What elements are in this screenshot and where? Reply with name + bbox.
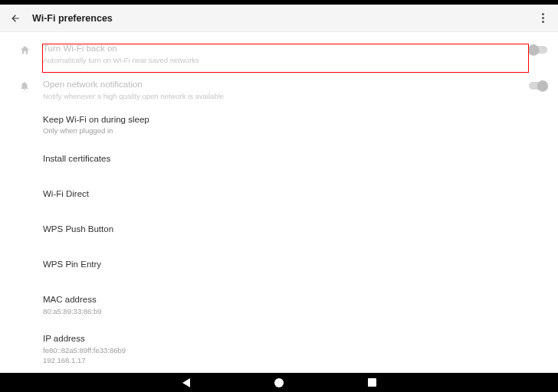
- toggle-turn-wifi-back-on[interactable]: [529, 46, 547, 54]
- row-subtitle: Automatically turn on Wi-Fi near saved n…: [43, 56, 509, 66]
- nav-recent-icon[interactable]: [368, 378, 376, 387]
- row-title: MAC address: [43, 294, 540, 306]
- home-icon: [19, 44, 31, 56]
- row-wifi-direct[interactable]: Wi-Fi Direct: [0, 182, 558, 213]
- overflow-menu-button[interactable]: [535, 11, 550, 26]
- arrow-back-icon: [10, 13, 21, 24]
- row-mac-address: MAC address 80:a5:89:33:86:b9: [0, 288, 558, 322]
- appbar: Wi-Fi preferences: [0, 5, 558, 32]
- back-button[interactable]: [8, 11, 23, 26]
- settings-list: Turn Wi-Fi back on Automatically turn on…: [0, 32, 558, 371]
- row-open-network-notification[interactable]: Open network notification Notify wheneve…: [0, 73, 558, 107]
- page-title: Wi-Fi preferences: [32, 13, 535, 24]
- row-subtitle: 80:a5:89:33:86:b9: [43, 307, 540, 317]
- row-install-certificates[interactable]: Install certificates: [0, 147, 558, 178]
- toggle-open-network-notification[interactable]: [529, 82, 547, 90]
- switch-knob-icon: [537, 80, 548, 91]
- row-subtitle: fe80::82a5:89ff:fe33:86b9 192.168.1.17: [43, 346, 540, 366]
- row-title: Turn Wi-Fi back on: [43, 43, 509, 55]
- nav-home-icon[interactable]: [274, 378, 284, 387]
- row-title: Wi-Fi Direct: [43, 188, 540, 201]
- row-title: Keep Wi-Fi on during sleep: [43, 114, 540, 126]
- row-keep-wifi-on-during-sleep[interactable]: Keep Wi-Fi on during sleep Only when plu…: [0, 108, 558, 142]
- row-title: WPS Pin Entry: [43, 259, 540, 271]
- nav-back-icon[interactable]: [182, 378, 190, 387]
- row-title: WPS Push Button: [43, 224, 540, 236]
- row-subtitle: Notify whenever a high quality open netw…: [43, 92, 509, 102]
- row-ip-address: IP address fe80::82a5:89ff:fe33:86b9 192…: [0, 327, 558, 371]
- more-vert-icon: [542, 13, 544, 23]
- row-title: IP address: [43, 333, 540, 345]
- row-subtitle: Only when plugged in: [43, 126, 540, 136]
- switch-knob-icon: [528, 44, 539, 55]
- bell-icon: [19, 80, 30, 91]
- row-turn-wifi-back-on[interactable]: Turn Wi-Fi back on Automatically turn on…: [0, 37, 558, 73]
- row-wps-pin-entry[interactable]: WPS Pin Entry: [0, 253, 558, 283]
- row-title: Open network notification: [43, 79, 509, 91]
- row-wps-push-button[interactable]: WPS Push Button: [0, 217, 558, 248]
- screen: Wi-Fi preferences Turn Wi-Fi back on Aut…: [0, 5, 558, 373]
- nav-bar: [0, 373, 558, 392]
- row-title: Install certificates: [43, 153, 540, 165]
